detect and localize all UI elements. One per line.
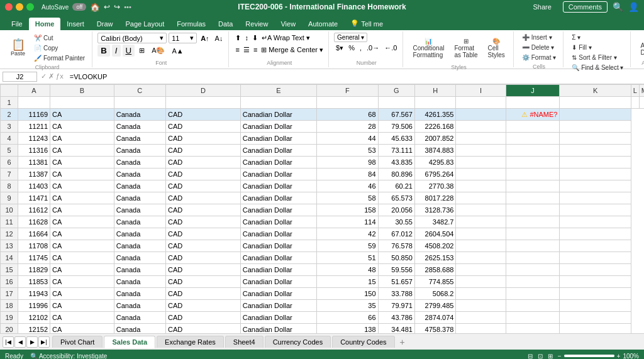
table-cell[interactable]: [506, 312, 560, 324]
sort-filter-button[interactable]: ⇅ Sort & Filter ▾: [569, 53, 626, 62]
table-cell[interactable]: 12102: [18, 312, 50, 324]
table-cell[interactable]: Canada: [114, 312, 165, 324]
table-cell[interactable]: CA: [50, 192, 114, 204]
tab-data[interactable]: Data: [212, 18, 239, 30]
table-cell[interactable]: 58: [317, 192, 378, 204]
table-cell[interactable]: 4261.355: [414, 109, 455, 121]
table-cell[interactable]: 6795.264: [414, 168, 455, 180]
col-header-A[interactable]: A: [18, 85, 50, 97]
table-cell[interactable]: CA: [50, 204, 114, 216]
table-cell[interactable]: 43.786: [378, 312, 414, 324]
table-cell[interactable]: 84: [317, 168, 378, 180]
table-cell[interactable]: 4758.378: [414, 324, 455, 334]
delete-cells-button[interactable]: ➖ Delete ▾: [519, 43, 559, 52]
table-cell[interactable]: [560, 133, 631, 145]
table-cell[interactable]: 59.556: [378, 264, 414, 276]
table-cell[interactable]: Canadian Dollar: [240, 252, 316, 264]
table-cell[interactable]: CAD: [165, 192, 240, 204]
bold-button[interactable]: B: [97, 45, 110, 57]
col-header-M[interactable]: M: [639, 85, 644, 97]
wrap-text-button[interactable]: ↵A Wrap Text ▾: [260, 33, 311, 43]
table-cell[interactable]: [506, 300, 560, 312]
table-cell[interactable]: 43.835: [378, 157, 414, 168]
table-cell[interactable]: 28: [317, 121, 378, 133]
decrease-font-button[interactable]: A↓: [213, 34, 225, 43]
table-cell[interactable]: Canadian Dollar: [240, 168, 316, 180]
table-cell[interactable]: CAD: [165, 240, 240, 252]
table-cell[interactable]: 15: [317, 276, 378, 288]
table-cell[interactable]: Canadian Dollar: [240, 240, 316, 252]
table-cell[interactable]: 138: [317, 324, 378, 334]
table-cell[interactable]: CAD: [165, 276, 240, 288]
table-cell[interactable]: 67.567: [378, 109, 414, 121]
table-cell[interactable]: [506, 133, 560, 145]
col-header-E[interactable]: E: [240, 85, 316, 97]
table-cell[interactable]: 66: [317, 312, 378, 324]
col-header-B[interactable]: B: [50, 85, 114, 97]
table-cell[interactable]: [560, 109, 631, 121]
table-cell[interactable]: [560, 312, 631, 324]
table-cell[interactable]: [456, 157, 506, 168]
table-cell[interactable]: [506, 252, 560, 264]
table-cell[interactable]: Canada: [114, 133, 165, 145]
table-cell[interactable]: CAD: [165, 133, 240, 145]
table-cell[interactable]: CAD: [165, 288, 240, 300]
maximize-button[interactable]: [26, 3, 34, 11]
table-cell[interactable]: 60.21: [378, 180, 414, 192]
table-cell[interactable]: [506, 276, 560, 288]
table-cell[interactable]: [560, 192, 631, 204]
col-header-L[interactable]: L: [631, 85, 639, 97]
table-cell[interactable]: CAD: [165, 300, 240, 312]
table-cell[interactable]: 4295.83: [414, 157, 455, 168]
table-cell[interactable]: 11628: [18, 216, 50, 228]
table-cell[interactable]: Canada: [114, 192, 165, 204]
table-cell[interactable]: CAD: [165, 168, 240, 180]
table-cell[interactable]: 76.578: [378, 240, 414, 252]
tab-insert[interactable]: Insert: [60, 18, 91, 30]
close-button[interactable]: [5, 3, 13, 11]
insert-cells-button[interactable]: ➕ Insert ▾: [519, 33, 559, 42]
table-cell[interactable]: [456, 264, 506, 276]
sheet-tab-exchange-rates[interactable]: Exchange Rates: [157, 336, 224, 348]
table-cell[interactable]: Canadian Dollar: [240, 228, 316, 240]
analyze-data-button[interactable]: 📈 AnalyzeData: [636, 33, 644, 58]
align-left-button[interactable]: ≡: [234, 45, 240, 55]
table-cell[interactable]: 2625.153: [414, 252, 455, 264]
cell-styles-button[interactable]: 🎨 CellStyles: [484, 33, 509, 63]
table-cell[interactable]: 5068.2: [414, 288, 455, 300]
table-cell[interactable]: 11943: [18, 288, 50, 300]
sheet-nav-last[interactable]: ▶|: [38, 336, 50, 348]
table-cell[interactable]: 11211: [18, 121, 50, 133]
number-format-selector[interactable]: General ▾: [334, 33, 367, 42]
table-cell[interactable]: Canada: [114, 300, 165, 312]
table-cell[interactable]: CA: [50, 228, 114, 240]
table-cell[interactable]: 98: [317, 157, 378, 168]
table-cell[interactable]: ⚠ #NAME?: [506, 109, 560, 121]
font-family-selector[interactable]: Calibri (Body) ▾: [97, 33, 167, 43]
align-center-button[interactable]: ☰: [242, 45, 251, 55]
table-cell[interactable]: 11708: [18, 240, 50, 252]
table-cell[interactable]: [506, 192, 560, 204]
increase-decimal-button[interactable]: .0→: [365, 43, 381, 53]
italic-button[interactable]: I: [112, 45, 121, 57]
table-cell[interactable]: Canadian Dollar: [240, 276, 316, 288]
zoom-slider[interactable]: [564, 355, 614, 357]
table-cell[interactable]: [506, 145, 560, 157]
table-cell[interactable]: CA: [50, 168, 114, 180]
sheet-tab-sales-data[interactable]: Sales Data: [104, 336, 155, 348]
table-cell[interactable]: Canada: [114, 204, 165, 216]
table-cell[interactable]: [456, 300, 506, 312]
table-cell[interactable]: [456, 168, 506, 180]
table-cell[interactable]: CA: [50, 133, 114, 145]
table-cell[interactable]: CA: [50, 109, 114, 121]
increase-font-button[interactable]: A↑: [199, 34, 211, 43]
table-cell[interactable]: CAD: [165, 228, 240, 240]
minimize-button[interactable]: [16, 3, 23, 11]
sheet-nav-next[interactable]: ▶: [26, 336, 38, 348]
table-cell[interactable]: [456, 109, 506, 121]
table-cell[interactable]: [456, 133, 506, 145]
table-cell[interactable]: 11403: [18, 180, 50, 192]
tab-page-layout[interactable]: Page Layout: [119, 18, 170, 30]
table-cell[interactable]: CAD: [165, 180, 240, 192]
table-cell[interactable]: 158: [317, 204, 378, 216]
